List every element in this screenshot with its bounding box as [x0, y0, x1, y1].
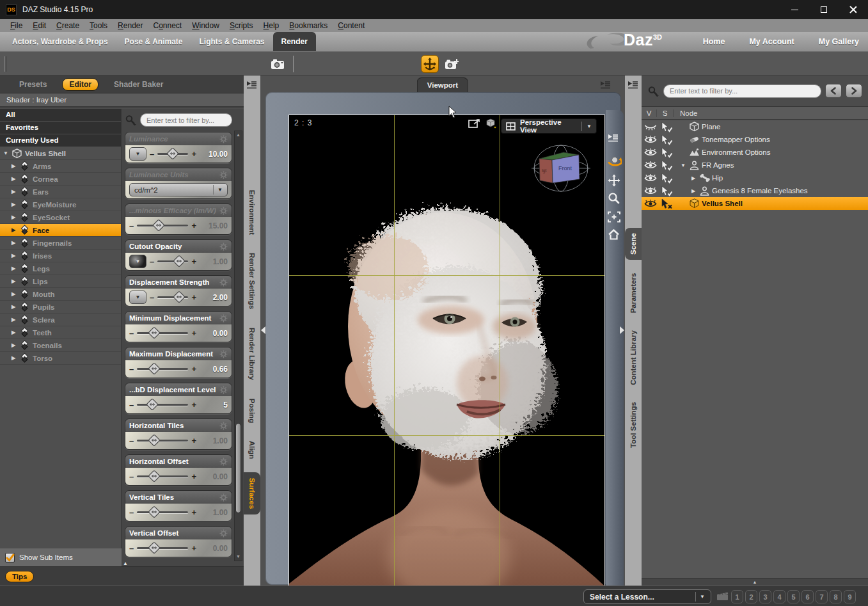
activity-tab-actors-wardrobe-props[interactable]: Actors, Wardrobe & Props	[4, 32, 116, 51]
tips-button[interactable]: Tips	[5, 571, 34, 582]
slider-handle[interactable]	[146, 398, 159, 411]
collapse-right-arrow[interactable]	[620, 326, 624, 334]
slider-track[interactable]	[137, 368, 188, 370]
pane-menu-icon[interactable]	[627, 80, 638, 90]
lesson-page-5[interactable]: 5	[787, 590, 800, 603]
scene-node-tonemapper-options[interactable]: Tonemapper Options	[642, 133, 868, 146]
dock-tab-surfaces[interactable]: Surfaces	[244, 472, 260, 514]
menu-bookmarks[interactable]: Bookmarks	[284, 21, 333, 30]
gear-icon[interactable]	[219, 386, 228, 394]
slider-handle[interactable]	[148, 434, 161, 447]
minimize-button[interactable]	[780, 0, 809, 19]
scene-node-hip[interactable]: ▶Hip	[642, 171, 868, 184]
texture-map-button[interactable]: ▼	[129, 255, 146, 268]
surface-item-cornea[interactable]: ▶Cornea	[0, 173, 121, 186]
dock-tab-content-library[interactable]: Content Library	[625, 326, 642, 389]
view-cube-gizmo[interactable]: Front lgt	[532, 142, 590, 195]
eye-open-icon[interactable]	[643, 200, 658, 208]
lesson-page-6[interactable]: 6	[801, 590, 814, 603]
surface-item-teeth[interactable]: ▶Teeth	[0, 326, 121, 339]
slider-handle[interactable]	[148, 541, 161, 554]
chevron-right-icon[interactable]: ▶	[10, 227, 17, 233]
dock-tab-render-library[interactable]: Render Library	[244, 323, 260, 385]
decrement-button[interactable]: –	[129, 474, 134, 480]
surface-item-fingernails[interactable]: ▶Fingernails	[0, 237, 121, 250]
surface-item-toenails[interactable]: ▶Toenails	[0, 339, 121, 352]
chevron-right-icon[interactable]: ▶	[690, 175, 697, 181]
pointer-check-icon[interactable]	[659, 160, 674, 171]
decrement-button[interactable]: –	[129, 402, 134, 408]
increment-button[interactable]: +	[191, 402, 196, 408]
slider-track[interactable]	[137, 440, 188, 442]
slider-handle[interactable]	[148, 362, 161, 375]
increment-button[interactable]: +	[191, 474, 196, 480]
property-value[interactable]: 2.00	[200, 293, 228, 302]
decrement-button[interactable]: –	[150, 151, 154, 157]
dock-tab-parameters[interactable]: Parameters	[625, 269, 642, 317]
toolbar-grip[interactable]	[4, 56, 6, 72]
property-value[interactable]: 0.00	[200, 472, 228, 481]
viewport-pane-menu-icon[interactable]	[600, 80, 611, 90]
pointer-check-icon[interactable]	[659, 173, 674, 184]
scene-node-genesis-8-female-eyelashes[interactable]: ▶Genesis 8 Female Eyelashes	[642, 184, 868, 197]
surface-item-ears[interactable]: ▶Ears	[0, 186, 121, 198]
dock-tab-tool-settings[interactable]: Tool Settings	[625, 398, 642, 452]
gear-icon[interactable]	[219, 171, 228, 179]
property-value[interactable]: 1.00	[200, 436, 228, 445]
surface-item-pupils[interactable]: ▶Pupils	[0, 301, 121, 314]
slider-track[interactable]	[157, 260, 188, 262]
pointer-check-icon[interactable]	[659, 134, 674, 145]
surface-group-currently-used[interactable]: Currently Used	[0, 134, 121, 147]
chevron-right-icon[interactable]: ▶	[10, 266, 17, 271]
lesson-page-4[interactable]: 4	[773, 590, 785, 603]
aspect-frame-icon[interactable]	[468, 119, 480, 129]
property-value[interactable]: 1.00	[200, 257, 228, 266]
decrement-button[interactable]: –	[150, 259, 154, 265]
link-home[interactable]: Home	[703, 37, 725, 46]
increment-button[interactable]: +	[191, 223, 196, 229]
menu-edit[interactable]: Edit	[28, 21, 51, 30]
chevron-down-icon[interactable]: ▼	[679, 163, 687, 168]
chevron-right-icon[interactable]: ▶	[10, 189, 17, 195]
link-my-account[interactable]: My Account	[749, 37, 794, 46]
chevron-right-icon[interactable]: ▶	[10, 342, 17, 348]
pan-tool-icon[interactable]	[608, 174, 620, 187]
pointer-check-icon[interactable]	[659, 186, 674, 196]
chevron-right-icon[interactable]: ▶	[10, 240, 17, 246]
gear-icon[interactable]	[219, 458, 228, 466]
property-value[interactable]: 0.66	[200, 365, 228, 374]
chevron-right-icon[interactable]: ▶	[10, 176, 17, 182]
menu-scripts[interactable]: Scripts	[225, 21, 258, 30]
zoom-tool-icon[interactable]	[608, 192, 620, 204]
property-value[interactable]: 5	[200, 401, 228, 410]
pane-menu-icon[interactable]	[246, 80, 257, 90]
menu-create[interactable]: Create	[51, 21, 84, 30]
eye-open-icon[interactable]	[643, 161, 658, 170]
eye-open-icon[interactable]	[643, 136, 658, 144]
property-value[interactable]: 15.00	[200, 221, 228, 230]
activity-tab-lights-cameras[interactable]: Lights & Cameras	[191, 32, 273, 51]
camera-cube-icon[interactable]	[485, 118, 497, 129]
property-dropdown[interactable]: cd/m^2▼	[129, 183, 228, 196]
chevron-right-icon[interactable]: ▶	[10, 317, 17, 323]
slider-handle[interactable]	[148, 506, 161, 518]
eye-open-icon[interactable]	[643, 187, 658, 195]
slider-handle[interactable]	[166, 147, 179, 160]
eye-closed-icon[interactable]	[643, 123, 658, 131]
lesson-page-9[interactable]: 9	[844, 590, 856, 603]
search-icon[interactable]	[647, 86, 659, 97]
surface-item-torso[interactable]: ▶Torso	[0, 352, 121, 365]
scene-node-plane[interactable]: Plane	[642, 120, 868, 133]
scene-node-fr-agnes[interactable]: ▼FR Agnes	[642, 159, 868, 171]
menu-tools[interactable]: Tools	[84, 21, 113, 30]
chevron-right-icon[interactable]: ▶	[10, 304, 17, 310]
surface-item-irises[interactable]: ▶Irises	[0, 250, 121, 262]
surface-item-eyemoisture[interactable]: ▶EyeMoisture	[0, 198, 121, 211]
decrement-button[interactable]: –	[129, 438, 134, 444]
scene-node-environment-options[interactable]: Environment Options	[642, 146, 868, 159]
slider-track[interactable]	[137, 511, 188, 513]
eye-open-icon[interactable]	[643, 148, 658, 157]
menu-connect[interactable]: Connect	[148, 21, 187, 30]
chevron-right-icon[interactable]: ▶	[690, 188, 697, 194]
menu-help[interactable]: Help	[258, 21, 285, 30]
